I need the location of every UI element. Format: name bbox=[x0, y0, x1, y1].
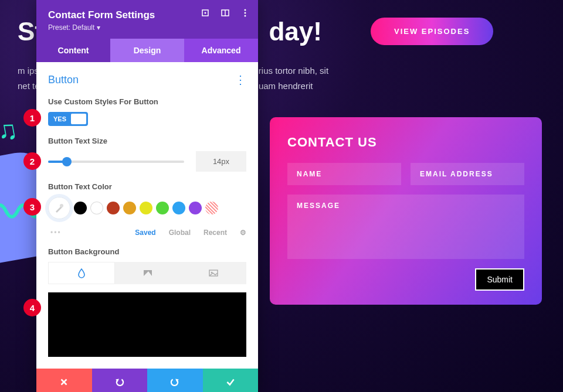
text-color-label: Button Text Color bbox=[48, 182, 246, 191]
step-badge-4: 4 bbox=[23, 299, 41, 316]
custom-styles-toggle[interactable]: YES bbox=[48, 112, 88, 126]
hero-heading-right: day! bbox=[269, 17, 321, 46]
view-episodes-button[interactable]: VIEW EPISODES bbox=[371, 18, 493, 45]
text-size-slider[interactable] bbox=[48, 161, 184, 163]
svg-point-11 bbox=[211, 272, 213, 274]
bg-tab-image[interactable] bbox=[181, 262, 246, 284]
contact-form-preview: CONTACT US NAME EMAIL ADDRESS MESSAGE Su… bbox=[270, 117, 542, 305]
message-field[interactable]: MESSAGE bbox=[287, 195, 524, 259]
email-field[interactable]: EMAIL ADDRESS bbox=[411, 163, 524, 185]
swatch-transparent[interactable] bbox=[205, 202, 218, 214]
columns-icon[interactable] bbox=[221, 8, 230, 18]
panel-header: Contact Form Settings Preset: Default ▾ bbox=[36, 0, 258, 39]
swatch-yellow[interactable] bbox=[140, 202, 152, 214]
step-badge-3: 3 bbox=[23, 198, 41, 216]
swatch-brick[interactable] bbox=[107, 202, 120, 214]
swatch-black[interactable] bbox=[74, 202, 87, 214]
svg-point-7 bbox=[60, 204, 63, 207]
bg-label: Button Background bbox=[48, 247, 246, 256]
color-swatches bbox=[48, 197, 246, 219]
music-note-icon: ♫ bbox=[0, 113, 20, 147]
text-size-value[interactable]: 14px bbox=[196, 151, 246, 172]
close-button[interactable] bbox=[36, 369, 92, 392]
name-field[interactable]: NAME bbox=[287, 163, 401, 185]
step-badge-1: 1 bbox=[23, 109, 41, 127]
submit-button[interactable]: Submit bbox=[475, 268, 524, 291]
save-button[interactable] bbox=[203, 369, 259, 392]
bg-tab-color[interactable] bbox=[48, 262, 115, 284]
step-badge-2: 2 bbox=[23, 152, 41, 170]
custom-styles-label: Use Custom Styles For Button bbox=[48, 97, 246, 106]
swatch-white[interactable] bbox=[90, 202, 103, 214]
subtab-global[interactable]: Global bbox=[169, 229, 191, 237]
panel-preset[interactable]: Preset: Default ▾ bbox=[48, 23, 246, 32]
tab-content[interactable]: Content bbox=[36, 39, 110, 62]
expand-icon[interactable] bbox=[201, 8, 210, 18]
swatch-blue[interactable] bbox=[172, 202, 185, 214]
svg-point-6 bbox=[245, 15, 246, 17]
svg-point-1 bbox=[205, 12, 206, 14]
swatch-green[interactable] bbox=[156, 202, 169, 214]
more-icon[interactable] bbox=[240, 8, 250, 18]
bg-color-preview[interactable] bbox=[48, 292, 246, 357]
svg-point-5 bbox=[245, 12, 246, 14]
undo-button[interactable] bbox=[92, 369, 148, 392]
redo-button[interactable] bbox=[147, 369, 203, 392]
panel-footer bbox=[36, 369, 258, 392]
subtab-saved[interactable]: Saved bbox=[135, 229, 155, 237]
swatch-orange[interactable] bbox=[123, 202, 136, 214]
toggle-knob bbox=[71, 114, 86, 124]
section-menu-icon[interactable]: ⋮ bbox=[235, 73, 246, 87]
subtab-gear-icon[interactable]: ⚙ bbox=[240, 229, 246, 237]
swatch-more-icon[interactable]: ••• bbox=[50, 229, 62, 237]
tab-advanced[interactable]: Advanced bbox=[184, 39, 258, 62]
settings-panel: Contact Form Settings Preset: Default ▾ … bbox=[36, 0, 258, 392]
section-title[interactable]: Button ⋮ bbox=[48, 73, 246, 87]
panel-tabs: Content Design Advanced bbox=[36, 39, 258, 62]
contact-title: CONTACT US bbox=[287, 135, 524, 150]
subtab-recent[interactable]: Recent bbox=[204, 229, 227, 237]
tab-design[interactable]: Design bbox=[110, 39, 184, 62]
svg-point-4 bbox=[245, 9, 246, 11]
bg-tab-gradient[interactable] bbox=[115, 262, 181, 284]
swatch-purple[interactable] bbox=[189, 202, 202, 214]
swatch-picker[interactable] bbox=[48, 197, 70, 219]
text-size-label: Button Text Size bbox=[48, 137, 246, 145]
